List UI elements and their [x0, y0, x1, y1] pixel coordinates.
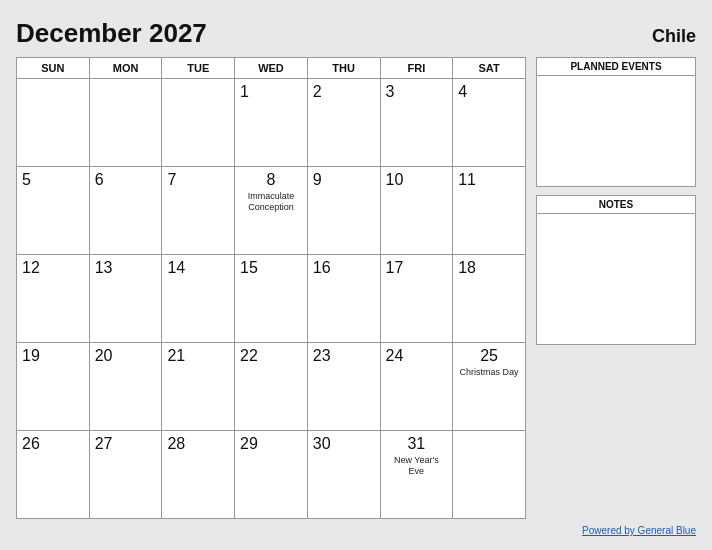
dow-header: WED	[235, 58, 308, 79]
calendar-cell: 17	[380, 255, 453, 343]
calendar-cell	[162, 79, 235, 167]
dow-header: FRI	[380, 58, 453, 79]
calendar-cell: 20	[89, 343, 162, 431]
day-number: 25	[480, 347, 498, 365]
dow-header: TUE	[162, 58, 235, 79]
calendar-cell: 28	[162, 431, 235, 519]
main-content: SUNMONTUEWEDTHUFRISAT 12345678Immaculate…	[16, 57, 696, 519]
page: December 2027 Chile SUNMONTUEWEDTHUFRISA…	[0, 0, 712, 550]
event-label: Immaculate Conception	[240, 191, 302, 213]
day-number: 26	[22, 435, 40, 453]
day-number: 2	[313, 83, 322, 101]
calendar-cell: 13	[89, 255, 162, 343]
calendar-cell: 26	[17, 431, 90, 519]
planned-events-body	[537, 76, 695, 186]
calendar-cell: 11	[453, 167, 526, 255]
calendar-section: SUNMONTUEWEDTHUFRISAT 12345678Immaculate…	[16, 57, 526, 519]
day-number: 13	[95, 259, 113, 277]
dow-header: THU	[307, 58, 380, 79]
calendar-cell: 5	[17, 167, 90, 255]
calendar-cell: 12	[17, 255, 90, 343]
day-number: 9	[313, 171, 322, 189]
calendar-cell	[453, 431, 526, 519]
calendar-cell: 27	[89, 431, 162, 519]
calendar-cell: 25Christmas Day	[453, 343, 526, 431]
event-label: Christmas Day	[460, 367, 519, 378]
calendar-cell: 4	[453, 79, 526, 167]
notes-body	[537, 214, 695, 344]
day-number: 8	[267, 171, 276, 189]
planned-events-box: PLANNED EVENTS	[536, 57, 696, 187]
calendar-cell: 9	[307, 167, 380, 255]
day-number: 28	[167, 435, 185, 453]
dow-header: SUN	[17, 58, 90, 79]
day-number: 19	[22, 347, 40, 365]
calendar-cell: 18	[453, 255, 526, 343]
notes-box: NOTES	[536, 195, 696, 345]
calendar-cell: 6	[89, 167, 162, 255]
calendar-cell: 29	[235, 431, 308, 519]
calendar-cell: 21	[162, 343, 235, 431]
day-number: 31	[407, 435, 425, 453]
calendar-cell	[17, 79, 90, 167]
day-number: 3	[386, 83, 395, 101]
dow-header: MON	[89, 58, 162, 79]
calendar-cell: 3	[380, 79, 453, 167]
day-number: 30	[313, 435, 331, 453]
month-title: December 2027	[16, 18, 207, 49]
day-number: 14	[167, 259, 185, 277]
day-number: 23	[313, 347, 331, 365]
day-number: 27	[95, 435, 113, 453]
day-number: 6	[95, 171, 104, 189]
day-number: 10	[386, 171, 404, 189]
calendar-cell: 10	[380, 167, 453, 255]
day-number: 18	[458, 259, 476, 277]
calendar-cell: 24	[380, 343, 453, 431]
calendar-week-row: 1234	[17, 79, 526, 167]
event-label: New Year's Eve	[386, 455, 448, 477]
header: December 2027 Chile	[16, 18, 696, 49]
calendar-week-row: 5678Immaculate Conception91011	[17, 167, 526, 255]
calendar-week-row: 262728293031New Year's Eve	[17, 431, 526, 519]
calendar-cell: 23	[307, 343, 380, 431]
calendar-cell: 22	[235, 343, 308, 431]
day-number: 11	[458, 171, 476, 189]
footer: Powered by General Blue	[16, 525, 696, 536]
calendar-table: SUNMONTUEWEDTHUFRISAT 12345678Immaculate…	[16, 57, 526, 519]
calendar-cell: 31New Year's Eve	[380, 431, 453, 519]
calendar-cell	[89, 79, 162, 167]
calendar-cell: 1	[235, 79, 308, 167]
calendar-cell: 19	[17, 343, 90, 431]
calendar-cell: 15	[235, 255, 308, 343]
day-number: 15	[240, 259, 258, 277]
calendar-cell: 7	[162, 167, 235, 255]
day-number: 22	[240, 347, 258, 365]
notes-header: NOTES	[537, 196, 695, 214]
day-number: 1	[240, 83, 249, 101]
calendar-cell: 30	[307, 431, 380, 519]
day-number: 29	[240, 435, 258, 453]
calendar-cell: 16	[307, 255, 380, 343]
calendar-week-row: 19202122232425Christmas Day	[17, 343, 526, 431]
footer-link[interactable]: Powered by General Blue	[582, 525, 696, 536]
day-number: 5	[22, 171, 31, 189]
planned-events-header: PLANNED EVENTS	[537, 58, 695, 76]
day-number: 21	[167, 347, 185, 365]
day-number: 17	[386, 259, 404, 277]
day-number: 12	[22, 259, 40, 277]
day-number: 4	[458, 83, 467, 101]
right-panel: PLANNED EVENTS NOTES	[536, 57, 696, 519]
day-number: 16	[313, 259, 331, 277]
day-number: 20	[95, 347, 113, 365]
calendar-cell: 14	[162, 255, 235, 343]
country-title: Chile	[652, 26, 696, 47]
calendar-cell: 2	[307, 79, 380, 167]
day-number: 24	[386, 347, 404, 365]
calendar-week-row: 12131415161718	[17, 255, 526, 343]
calendar-cell: 8Immaculate Conception	[235, 167, 308, 255]
day-number: 7	[167, 171, 176, 189]
dow-header: SAT	[453, 58, 526, 79]
